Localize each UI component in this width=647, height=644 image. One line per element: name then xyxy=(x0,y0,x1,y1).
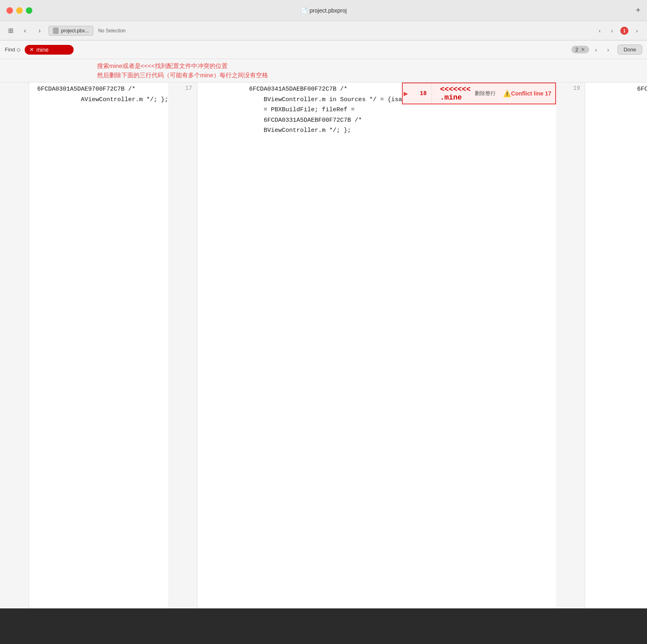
find-bar: Find ◇ ✕ 2 ✕ ‹ › Done xyxy=(0,40,647,59)
find-label[interactable]: Find ◇ xyxy=(5,47,21,53)
back-button[interactable]: ‹ xyxy=(19,25,31,36)
minimize-button[interactable] xyxy=(16,7,23,14)
code-block-17: 17 6FCDA0341A5DAEBF00F72C7B /* BViewCont… xyxy=(168,83,402,608)
grid-button[interactable]: ⊞ xyxy=(5,25,16,36)
error-badge: 1 xyxy=(620,27,628,35)
find-input[interactable] xyxy=(36,47,69,53)
find-clear-icon[interactable]: ✕ xyxy=(30,47,34,53)
code-block-19: 19 6FCDA03A1A5DB0C500F72C7B /* DViewCont… xyxy=(556,83,647,608)
find-prev-button[interactable]: ‹ xyxy=(591,44,601,55)
code-text-19: 6FCDA03A1A5DB0C500F72C7B /* DViewControl… xyxy=(585,83,647,608)
title-bar: 📄 project.pbxproj + xyxy=(0,0,647,21)
conflict-line-num: ▶ 18 xyxy=(403,83,432,104)
line-num-17: 17 xyxy=(168,83,197,608)
selection-status: No Selection xyxy=(98,28,126,34)
code-text: 6FCDA0301A5DAE9700F72C7B /* AViewControl… xyxy=(29,83,168,608)
window-title: 📄 project.pbxproj xyxy=(300,7,347,14)
forward-button[interactable]: › xyxy=(34,25,45,36)
conflict-line-label: Conflict line 17 xyxy=(511,90,552,97)
nav-right-button[interactable]: › xyxy=(632,25,642,36)
line-num-19: 19 xyxy=(556,83,585,608)
code-editor: 6FCDA0301A5DAE9700F72C7B /* AViewControl… xyxy=(0,83,647,608)
maximize-button[interactable] xyxy=(26,7,32,14)
grid-icon: ⊞ xyxy=(8,27,13,34)
conflict-mine-row: ▶ 18 <<<<<<< .mine 删除整行 ⚠️ Conflict line… xyxy=(402,83,556,104)
find-result-badge: 2 ✕ xyxy=(571,46,589,53)
nav-arrows: ‹ › xyxy=(594,25,617,36)
line-num-empty xyxy=(0,83,29,608)
delete-mine-button[interactable]: 删除整行 xyxy=(471,88,500,99)
conflict-mine-text: <<<<<<< .mine xyxy=(432,85,471,102)
conflict-warning-icon: ⚠️ xyxy=(503,90,511,97)
file-type-icon xyxy=(53,28,59,34)
back-icon: ‹ xyxy=(24,27,26,34)
find-count-clear[interactable]: ✕ xyxy=(581,47,585,53)
find-next-button[interactable]: › xyxy=(603,44,613,55)
find-count-area: 2 ✕ ‹ › xyxy=(571,44,613,55)
annotation-container: 搜索mine或者是<<<<找到配置文件中冲突的位置 然后删除下面的三行代码（可能… xyxy=(0,59,647,83)
file-icon: 📄 xyxy=(300,7,307,14)
file-tab[interactable]: project.pbx... xyxy=(49,26,93,36)
code-text-17: 6FCDA0341A5DAEBF00F72C7B /* BViewControl… xyxy=(197,83,402,608)
nav-forward-button[interactable]: › xyxy=(607,25,617,36)
conflict-arrow-icon: ▶ xyxy=(404,89,408,98)
new-tab-button[interactable]: + xyxy=(636,6,641,15)
close-button[interactable] xyxy=(6,7,13,14)
annotation-text: 搜索mine或者是<<<<找到配置文件中冲突的位置 然后删除下面的三行代码（可能… xyxy=(97,61,641,80)
annotation-line2: 然后删除下面的三行代码（可能有多个mine）每行之间没有空格 xyxy=(97,71,641,80)
nav-back-button[interactable]: ‹ xyxy=(594,25,605,36)
forward-icon: › xyxy=(38,27,40,34)
annotation-line1: 搜索mine或者是<<<<找到配置文件中冲突的位置 xyxy=(97,61,641,71)
window-controls xyxy=(6,7,32,14)
done-button[interactable]: Done xyxy=(617,44,642,55)
toolbar: ⊞ ‹ › project.pbx... No Selection ‹ › 1 … xyxy=(0,21,647,40)
code-block-pre17: 6FCDA0301A5DAE9700F72C7B /* AViewControl… xyxy=(0,83,168,608)
find-input-wrapper: ✕ xyxy=(25,45,74,55)
